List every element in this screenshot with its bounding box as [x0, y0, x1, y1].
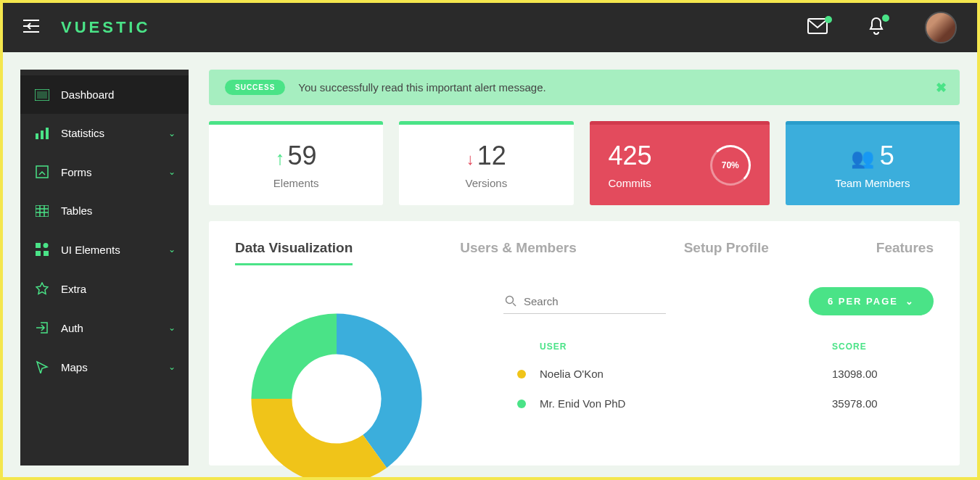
alert-badge: SUCCESS [225, 80, 285, 95]
header-right [807, 12, 957, 44]
chevron-down-icon: ⌄ [168, 167, 176, 177]
panel: Data VisualizationUsers & MembersSetup P… [209, 221, 960, 465]
color-bullet [517, 370, 526, 378]
sidebar-item-dashboard[interactable]: Dashboard [20, 75, 189, 114]
svg-rect-7 [36, 205, 49, 217]
tab-users-members[interactable]: Users & Members [460, 240, 577, 265]
tab-content: 6 PER PAGE ⌄ USER SCORE Noelia O'Kon1309… [235, 287, 934, 447]
brand-logo[interactable]: VUESTIC [61, 18, 150, 37]
stat-value: 👥5 [802, 141, 944, 171]
svg-rect-0 [808, 19, 827, 33]
sidebar: DashboardStatistics⌄Forms⌄TablesUI Eleme… [20, 70, 189, 465]
table-section: 6 PER PAGE ⌄ USER SCORE Noelia O'Kon1309… [503, 287, 934, 447]
sidebar-item-label: UI Elements [61, 244, 120, 256]
sidebar-item-ui-elements[interactable]: UI Elements⌄ [20, 230, 189, 269]
svg-rect-11 [44, 251, 49, 256]
main: SUCCESS You successfully read this impor… [209, 70, 960, 465]
svg-rect-10 [36, 251, 41, 256]
menu-toggle-icon[interactable] [23, 20, 39, 36]
sidebar-item-tables[interactable]: Tables [20, 191, 189, 230]
table-row[interactable]: Noelia O'Kon13098.00 [503, 359, 934, 389]
sidebar-item-label: Forms [61, 166, 92, 178]
color-bullet [517, 400, 526, 408]
avatar[interactable] [925, 12, 957, 44]
stats-row: ↑59Elements↓12Versions425Commits70%👥5Tea… [209, 121, 960, 205]
per-page-label: 6 PER PAGE [828, 296, 898, 307]
donut-chart [235, 287, 474, 447]
tab-setup-profile[interactable]: Setup Profile [684, 240, 769, 265]
stat-label: Team Members [802, 177, 944, 189]
donut-slice [251, 313, 337, 399]
svg-point-9 [44, 243, 49, 248]
th-user: USER [540, 342, 832, 352]
sidebar-item-forms[interactable]: Forms⌄ [20, 152, 189, 191]
cell-score: 35978.00 [832, 397, 934, 410]
notification-dot [825, 16, 832, 23]
ui-icon [35, 243, 49, 256]
chevron-down-icon: ⌄ [168, 323, 176, 333]
cell-user: Noelia O'Kon [540, 368, 832, 380]
svg-rect-8 [36, 243, 41, 248]
arrow-up-icon: ↑ [276, 147, 285, 169]
svg-rect-3 [36, 133, 38, 139]
sidebar-item-label: Tables [61, 204, 92, 217]
sidebar-item-label: Extra [61, 283, 86, 295]
svg-point-12 [506, 296, 514, 303]
close-icon[interactable]: ✖ [936, 80, 947, 96]
search-row: 6 PER PAGE ⌄ [503, 287, 934, 315]
stat-card-commits: 425Commits70% [590, 121, 770, 205]
table-header: USER SCORE [503, 334, 934, 359]
chevron-down-icon: ⌄ [168, 362, 176, 372]
sidebar-item-label: Maps [61, 361, 88, 373]
table-row[interactable]: Mr. Enid Von PhD35978.00 [503, 389, 934, 418]
tabs: Data VisualizationUsers & MembersSetup P… [235, 240, 934, 265]
tab-data-visualization[interactable]: Data Visualization [235, 240, 353, 265]
bell-icon[interactable] [868, 17, 885, 38]
sidebar-item-label: Dashboard [61, 88, 114, 101]
stat-label: Elements [225, 177, 367, 189]
star-icon [35, 282, 49, 295]
search-icon [505, 295, 516, 310]
layout: DashboardStatistics⌄Forms⌄TablesUI Eleme… [3, 52, 977, 480]
sidebar-item-maps[interactable]: Maps⌄ [20, 347, 189, 386]
header: VUESTIC [3, 3, 977, 52]
per-page-button[interactable]: 6 PER PAGE ⌄ [809, 287, 934, 315]
tab-features[interactable]: Features [876, 240, 934, 265]
alert-success: SUCCESS You successfully read this impor… [209, 70, 960, 105]
stats-icon [35, 128, 49, 139]
dashboard-icon [35, 89, 49, 101]
stat-card-team-members: 👥5Team Members [786, 121, 960, 205]
svg-rect-5 [46, 128, 49, 139]
stat-value: 425 [609, 141, 652, 171]
svg-rect-4 [41, 131, 44, 139]
svg-rect-2 [37, 91, 47, 99]
sidebar-item-label: Auth [61, 322, 83, 334]
cell-user: Mr. Enid Von PhD [540, 397, 832, 410]
maps-icon [35, 360, 49, 373]
stat-value: ↑59 [225, 141, 367, 171]
sidebar-item-statistics[interactable]: Statistics⌄ [20, 114, 189, 152]
alert-text: You successfully read this important ale… [298, 81, 545, 94]
auth-icon [35, 321, 49, 334]
chevron-down-icon: ⌄ [168, 128, 176, 138]
search-input[interactable] [503, 289, 666, 314]
stat-label: Versions [415, 177, 557, 189]
people-icon: 👥 [851, 147, 874, 169]
sidebar-item-extra[interactable]: Extra [20, 269, 189, 308]
stat-value: ↓12 [415, 141, 557, 171]
stat-label: Commits [609, 177, 652, 189]
chevron-down-icon: ⌄ [905, 296, 915, 307]
search-wrap [503, 289, 797, 314]
progress-ring: 70% [710, 145, 751, 186]
notification-dot [882, 15, 889, 22]
chevron-down-icon: ⌄ [168, 244, 176, 255]
forms-icon [35, 165, 49, 178]
arrow-down-icon: ↓ [466, 150, 474, 168]
mail-icon[interactable] [807, 18, 828, 37]
tables-icon [35, 205, 49, 217]
sidebar-item-auth[interactable]: Auth⌄ [20, 308, 189, 347]
header-left: VUESTIC [23, 18, 150, 37]
sidebar-item-label: Statistics [61, 127, 104, 139]
cell-score: 13098.00 [832, 368, 934, 380]
stat-card-versions: ↓12Versions [399, 121, 573, 205]
